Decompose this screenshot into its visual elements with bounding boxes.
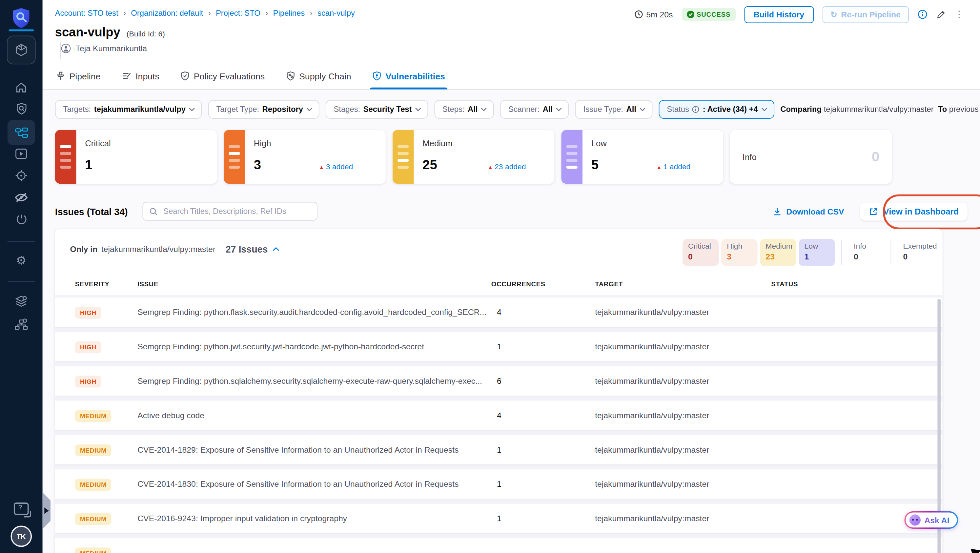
- chevron-down-icon: [306, 108, 313, 111]
- filter-scanner[interactable]: Scanner:All: [500, 100, 569, 119]
- sidebar-item-getting-started[interactable]: [0, 208, 43, 230]
- module-selector[interactable]: [0, 37, 43, 64]
- more-options-icon[interactable]: [955, 9, 964, 20]
- table-row[interactable]: MEDIUM Active debug code 4 tejakummariku…: [55, 400, 943, 430]
- sidebar-item-project-settings[interactable]: [0, 250, 43, 271]
- issue-title: Semgrep Finding: python.jwt.security.jwt…: [137, 342, 491, 351]
- issue-title: CVE-2016-9243: Improper input validation…: [137, 514, 491, 523]
- filter-targets[interactable]: Targets:tejakummarikuntla/vulpy: [55, 100, 202, 119]
- breadcrumb-account[interactable]: Account: STO test: [55, 8, 118, 17]
- table-row[interactable]: HIGH Semgrep Finding: python.flask.secur…: [55, 297, 943, 327]
- filter-stages[interactable]: Stages:Security Test: [326, 100, 428, 119]
- info-icon[interactable]: [917, 10, 927, 19]
- tab-vulnerabilities[interactable]: Vulnerabilities: [372, 63, 445, 89]
- author-row: Teja Kummarikuntla: [61, 44, 147, 53]
- build-id: (Build Id: 6): [127, 30, 165, 38]
- table-row[interactable]: MEDIUM CVE-2014-1829: Exposure of Sensit…: [55, 435, 943, 464]
- gear-icon: [16, 254, 27, 267]
- org-hierarchy-gear-icon: [14, 318, 28, 331]
- sidebar-item-overview[interactable]: [0, 98, 43, 119]
- chevron-down-icon: [761, 108, 767, 111]
- comparing-label: Comparing tejakummarikuntla/vulpy:master…: [780, 105, 980, 114]
- pill-medium[interactable]: Medium23: [760, 239, 796, 266]
- sidebar-item-pipelines[interactable]: [0, 120, 43, 145]
- inputs-icon: [122, 71, 131, 81]
- tab-inputs[interactable]: Inputs: [122, 63, 159, 89]
- breadcrumb-organization[interactable]: Organization: default: [118, 8, 204, 18]
- filter-status[interactable]: Status : Active (34) +4: [659, 100, 774, 119]
- sidebar-item-targets[interactable]: [0, 165, 43, 186]
- tab-supply-chain[interactable]: Supply Chain: [286, 63, 351, 89]
- chevron-down-icon: [189, 108, 195, 111]
- filter-bar: Targets:tejakummarikuntla/vulpy Target T…: [55, 100, 967, 119]
- chevron-down-icon: [415, 108, 421, 111]
- table-row[interactable]: MEDIUM CVE-2014-1830: Exposure of Sensit…: [55, 469, 943, 499]
- group-severity-pills: Critical0 High3 Medium23 Low1 Info0 Exem…: [682, 239, 934, 266]
- tab-pipeline[interactable]: Pipeline: [56, 63, 101, 89]
- build-history-button[interactable]: Build History: [744, 6, 813, 23]
- breadcrumb-pipelines[interactable]: Pipelines: [261, 8, 305, 18]
- filter-target-type[interactable]: Target Type:Repository: [208, 100, 320, 119]
- group-collapse-toggle[interactable]: 27 Issues: [226, 244, 280, 254]
- chevron-up-icon: [273, 247, 280, 251]
- pill-high[interactable]: High3: [721, 239, 757, 266]
- sidebar-item-home[interactable]: [0, 77, 43, 98]
- author-name: Teja Kummarikuntla: [76, 44, 147, 53]
- severity-badge: MEDIUM: [75, 444, 111, 456]
- pill-info[interactable]: Info0: [848, 239, 885, 266]
- shield-check-icon: [181, 71, 189, 81]
- shield-chain-icon: [286, 71, 295, 81]
- added-count: 3 added: [319, 162, 353, 171]
- clock-icon: [634, 10, 643, 19]
- external-link-icon: [869, 207, 879, 216]
- search-icon: [150, 207, 158, 216]
- search-box[interactable]: [143, 202, 318, 221]
- ask-ai-button[interactable]: Ask AI: [904, 511, 958, 529]
- tab-bar: Pipeline Inputs Policy Evaluations: [43, 63, 980, 90]
- filter-steps[interactable]: Steps:All: [434, 100, 494, 119]
- severity-badge: HIGH: [75, 341, 101, 353]
- severity-badge: HIGH: [75, 307, 101, 318]
- run-duration: 5m 20s: [634, 10, 673, 19]
- sidebar-item-executions[interactable]: [0, 143, 43, 164]
- table-row[interactable]: MEDIUM CVE-2016-9243: Improper input val…: [55, 504, 943, 533]
- low-strip-icon: [561, 130, 582, 184]
- sto-shield-logo-icon[interactable]: [0, 8, 43, 29]
- table-row[interactable]: HIGH Semgrep Finding: python.jwt.securit…: [55, 332, 943, 361]
- issue-title: CVE-2014-1830: Exposure of Sensitive Inf…: [137, 480, 491, 489]
- sidebar-item-help[interactable]: [0, 498, 43, 520]
- card-critical: Critical 1: [55, 130, 217, 184]
- col-issue: ISSUE: [137, 280, 491, 288]
- help-chat-icon: [14, 502, 29, 515]
- medium-strip-icon: [393, 130, 414, 184]
- edit-pencil-icon[interactable]: [936, 10, 946, 19]
- app-viewport: TK Account: STO test Organization: defau…: [0, 0, 980, 553]
- issues-card: Only in tejakummarikuntla/vulpy:master 2…: [55, 229, 943, 553]
- pill-critical[interactable]: Critical0: [682, 239, 719, 266]
- card-info: Info 0: [730, 130, 892, 184]
- sidebar-item-default-settings[interactable]: [0, 291, 43, 313]
- pipeline-pin-icon: [56, 71, 65, 81]
- filter-issue-type[interactable]: Issue Type:All: [575, 100, 653, 119]
- sidebar-item-exemptions[interactable]: [0, 187, 43, 208]
- view-in-dashboard-button[interactable]: View in Dashboard: [860, 202, 967, 220]
- table-row[interactable]: HIGH Semgrep Finding: python.sqlalchemy.…: [55, 366, 943, 396]
- severity-badge: MEDIUM: [75, 478, 111, 490]
- search-input[interactable]: [162, 206, 311, 216]
- vulnerabilities-content: Targets:tejakummarikuntla/vulpy Target T…: [43, 90, 980, 553]
- pill-low[interactable]: Low1: [799, 239, 835, 266]
- download-csv-button[interactable]: Download CSV: [772, 207, 844, 216]
- run-meta: 5m 20s SUCCESS Build History Re-run Pipe…: [634, 5, 964, 24]
- severity-badge: MEDIUM: [75, 513, 111, 525]
- pill-exempted[interactable]: Exempted0: [897, 239, 934, 266]
- table-row[interactable]: MEDIUM: [55, 538, 943, 553]
- issue-title: Semgrep Finding: python.sqlalchemy.secur…: [137, 376, 491, 386]
- pipelines-icon: [15, 127, 28, 138]
- user-avatar[interactable]: TK: [0, 527, 43, 545]
- rerun-pipeline-button[interactable]: Re-run Pipeline: [822, 6, 908, 23]
- breadcrumb-project[interactable]: Project: STO: [203, 8, 261, 18]
- col-status: STATUS: [772, 280, 930, 288]
- nav-divider-2: [0, 281, 43, 282]
- sidebar-item-organizations[interactable]: [0, 314, 43, 335]
- tab-policy-evaluations[interactable]: Policy Evaluations: [181, 63, 265, 89]
